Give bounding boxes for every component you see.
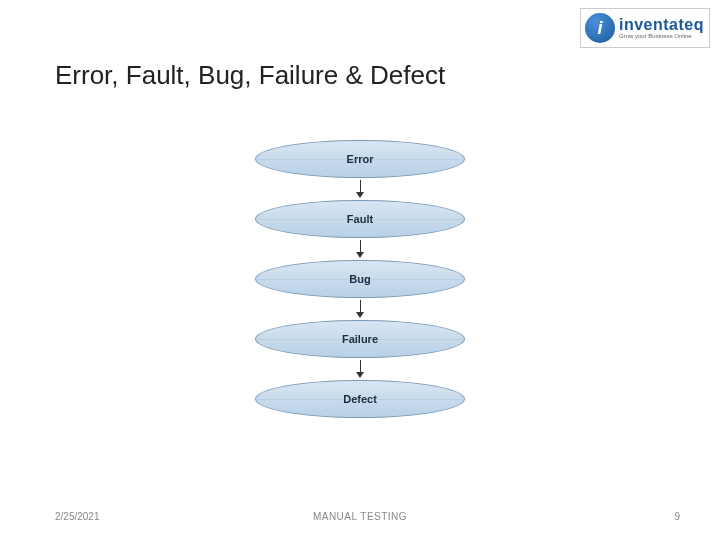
arrow-down-icon <box>356 298 364 320</box>
logo-text-wrap: inventateq Grow your Business Online <box>619 17 704 39</box>
flow-diagram: Error Fault Bug Failure Defect <box>0 140 720 418</box>
logo-tagline: Grow your Business Online <box>619 33 704 39</box>
footer-title: MANUAL TESTING <box>313 511 407 522</box>
arrow-down-icon <box>356 238 364 260</box>
slide-title: Error, Fault, Bug, Failure & Defect <box>55 60 445 91</box>
node-defect: Defect <box>255 380 465 418</box>
logo-icon: i <box>585 13 615 43</box>
slide-footer: 2/25/2021 MANUAL TESTING 9 <box>0 511 720 522</box>
footer-page-number: 9 <box>674 511 680 522</box>
arrow-down-icon <box>356 178 364 200</box>
node-error: Error <box>255 140 465 178</box>
footer-date: 2/25/2021 <box>55 511 100 522</box>
node-failure: Failure <box>255 320 465 358</box>
node-fault: Fault <box>255 200 465 238</box>
brand-logo: i inventateq Grow your Business Online <box>580 8 710 48</box>
logo-text: inventateq <box>619 17 704 33</box>
node-bug: Bug <box>255 260 465 298</box>
arrow-down-icon <box>356 358 364 380</box>
